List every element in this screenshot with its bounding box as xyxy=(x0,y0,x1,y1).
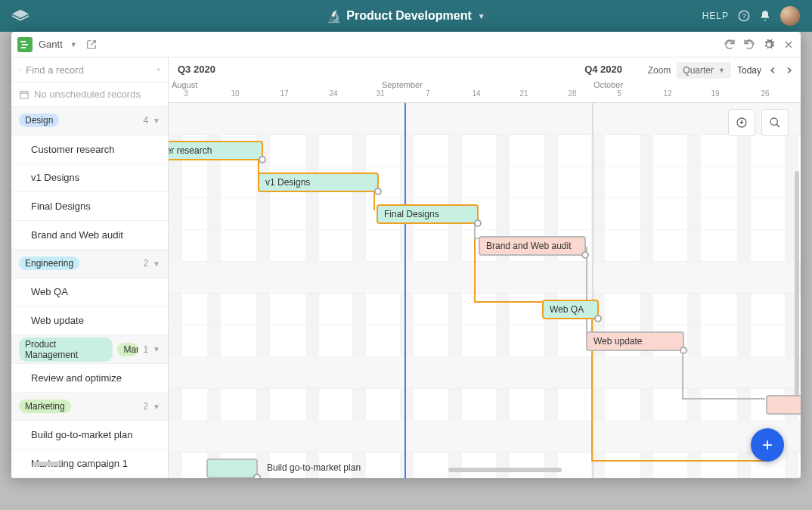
gantt-bar-web-qa[interactable]: Web QA xyxy=(542,300,599,319)
group-pill: Product Management xyxy=(19,337,113,362)
base-title-dropdown[interactable]: 🔬 Product Development ▼ xyxy=(327,9,485,23)
group-pill: Design xyxy=(19,114,59,127)
share-icon[interactable] xyxy=(86,39,97,50)
svg-text:?: ? xyxy=(742,12,745,20)
task-row[interactable]: v1 Designs xyxy=(11,164,168,193)
view-name[interactable]: Gantt xyxy=(39,39,63,50)
next-arrow-icon[interactable] xyxy=(784,65,795,76)
avatar[interactable] xyxy=(780,6,800,26)
help-link[interactable]: HELP xyxy=(702,11,729,21)
gantt-timeline[interactable]: Q3 2020 Q4 2020 Zoom Quarter ▼ Today Aug… xyxy=(169,58,801,478)
base-title: Product Development xyxy=(346,9,471,23)
gantt-bar-v1-designs[interactable]: v1 Designs xyxy=(258,173,379,192)
gantt-bar-brand-web-audit[interactable]: Brand and Web audit xyxy=(479,236,586,256)
redo-icon[interactable] xyxy=(743,39,755,51)
app-window: Gantt ▼ No unscheduled records Design 4 xyxy=(11,32,801,478)
svg-point-5 xyxy=(19,69,20,70)
close-icon[interactable] xyxy=(783,39,795,51)
svg-rect-7 xyxy=(20,91,29,98)
quarter-label-right: Q4 2020 xyxy=(584,64,622,75)
task-row[interactable]: Final Designs xyxy=(11,192,168,221)
today-button[interactable]: Today xyxy=(737,65,761,76)
gantt-bar-web-update[interactable]: Web update xyxy=(586,331,684,351)
timeline-body[interactable]: omer research v1 Designs Final Designs B… xyxy=(169,103,801,478)
undo-icon[interactable] xyxy=(724,39,736,51)
group-engineering[interactable]: Engineering 2 ▼ xyxy=(11,250,168,278)
chevron-down-icon: ▼ xyxy=(718,67,725,74)
vertical-scrollbar[interactable] xyxy=(795,171,799,398)
add-record-fab[interactable]: + xyxy=(751,428,784,462)
task-row[interactable]: Review and optimize xyxy=(11,364,168,393)
search-button[interactable] xyxy=(761,109,789,136)
svg-rect-6 xyxy=(158,69,160,71)
quarter-label-left: Q3 2020 xyxy=(178,64,215,75)
group-count: 2 xyxy=(143,258,148,269)
group-count: 1 xyxy=(143,344,148,355)
group-count: 4 xyxy=(143,115,148,126)
zoom-scale-select[interactable]: Quarter ▼ xyxy=(677,62,731,79)
chevron-down-icon[interactable]: ▼ xyxy=(153,403,160,411)
task-row[interactable]: Web QA xyxy=(11,278,168,307)
chevron-down-icon[interactable]: ▼ xyxy=(70,41,77,48)
gantt-bar-review-optimize[interactable] xyxy=(766,395,801,415)
view-toolbar: Gantt ▼ xyxy=(11,32,801,58)
svg-point-9 xyxy=(770,118,777,125)
gantt-bar-build-gtm[interactable] xyxy=(206,459,258,478)
group-count: 2 xyxy=(143,401,148,412)
group-pill-extra: Mar xyxy=(117,343,138,356)
task-row[interactable]: Customer research xyxy=(11,135,168,164)
gantt-app-icon xyxy=(17,37,33,52)
base-emoji-icon: 🔬 xyxy=(327,9,342,23)
chevron-down-icon[interactable]: ▼ xyxy=(153,345,160,353)
group-pill: Engineering xyxy=(19,257,79,270)
svg-rect-4 xyxy=(21,47,26,48)
download-button[interactable] xyxy=(728,109,755,136)
settings-icon[interactable] xyxy=(763,39,775,51)
group-design[interactable]: Design 4 ▼ xyxy=(11,107,168,135)
app-header: 🔬 Product Development ▼ HELP ? xyxy=(0,0,812,32)
chevron-down-icon[interactable]: ▼ xyxy=(153,117,160,125)
notifications-icon[interactable] xyxy=(759,10,771,22)
search-input[interactable] xyxy=(26,64,153,76)
sidebar-scrollbar[interactable] xyxy=(33,462,61,466)
days-row: 3 10 17 24 31 7 14 21 28 5 12 19 26 xyxy=(169,89,801,100)
prev-arrow-icon[interactable] xyxy=(767,65,778,76)
zoom-label: Zoom xyxy=(648,65,671,76)
gantt-bar-final-designs[interactable]: Final Designs xyxy=(377,204,479,224)
logo-icon xyxy=(12,9,29,23)
svg-rect-2 xyxy=(20,41,26,42)
task-row[interactable]: Web update xyxy=(11,306,168,335)
today-indicator xyxy=(404,103,406,478)
bar-label: Build go-to-market plan xyxy=(267,462,361,473)
timeline-header: Q3 2020 Q4 2020 Zoom Quarter ▼ Today Aug… xyxy=(169,58,801,103)
horizontal-scrollbar[interactable] xyxy=(448,468,562,472)
collapse-sidebar-icon[interactable] xyxy=(157,64,160,76)
group-marketing[interactable]: Marketing 2 ▼ xyxy=(11,393,168,421)
group-product-management[interactable]: Product Management Mar 1 ▼ xyxy=(11,335,168,364)
svg-rect-3 xyxy=(22,44,28,45)
chevron-down-icon[interactable]: ▼ xyxy=(153,260,160,268)
no-unscheduled-label: No unscheduled records xyxy=(11,82,168,107)
chevron-down-icon: ▼ xyxy=(478,12,485,20)
task-row[interactable]: Brand and Web audit xyxy=(11,221,168,250)
help-icon[interactable]: ? xyxy=(738,10,750,22)
sidebar: No unscheduled records Design 4 ▼ Custom… xyxy=(11,58,169,478)
group-pill: Marketing xyxy=(19,400,71,413)
search-icon xyxy=(19,64,21,75)
calendar-icon xyxy=(19,89,29,100)
task-row[interactable]: Build go-to-market plan xyxy=(11,421,168,449)
gantt-bar-customer-research[interactable]: omer research xyxy=(169,141,263,160)
